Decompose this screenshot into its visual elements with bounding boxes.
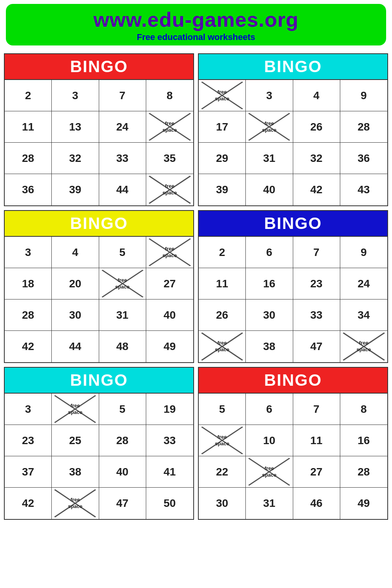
cell-4-3-0: freespace xyxy=(199,331,246,362)
free-space-label: freespace xyxy=(162,183,177,196)
cell-3-3-2: 48 xyxy=(99,331,146,362)
cell-6-0-1: 6 xyxy=(246,394,293,425)
cell-4-3-3: freespace xyxy=(340,331,387,362)
cell-4-0-1: 6 xyxy=(246,237,293,268)
cell-6-1-0: freespace xyxy=(199,425,246,456)
bingo-board-3: BINGO345 freespace 1820 xyxy=(4,210,194,363)
free-space-label: freespace xyxy=(115,277,130,290)
cell-5-0-1: freespace xyxy=(52,394,99,425)
bingo-grid-3: 345 freespace 1820 xyxy=(5,236,193,362)
cell-6-2-2: 27 xyxy=(293,456,340,488)
cell-6-3-3: 49 xyxy=(340,488,387,519)
cell-4-3-2: 47 xyxy=(293,331,340,362)
cell-2-3-3: 43 xyxy=(340,174,387,205)
cell-5-3-0: 42 xyxy=(5,488,52,519)
bingo-board-6: BINGO5678 freespace 10111622 xyxy=(198,367,388,520)
cell-2-1-2: 26 xyxy=(293,111,340,143)
cell-3-1-1: 20 xyxy=(52,268,99,299)
cell-3-3-1: 44 xyxy=(52,331,99,362)
cell-4-2-0: 26 xyxy=(199,299,246,331)
cell-4-1-3: 24 xyxy=(340,268,387,299)
bingo-header-5: BINGO xyxy=(5,368,193,393)
bingo-header-2: BINGO xyxy=(199,54,387,79)
cell-1-0-2: 7 xyxy=(99,80,146,111)
cell-5-2-0: 37 xyxy=(5,456,52,488)
free-space-label: freespace xyxy=(68,497,82,510)
cell-5-2-2: 40 xyxy=(99,456,146,488)
cell-5-2-3: 41 xyxy=(146,456,193,488)
cell-5-3-3: 50 xyxy=(146,488,193,519)
cell-5-1-2: 28 xyxy=(99,425,146,456)
cell-1-2-0: 28 xyxy=(5,143,52,174)
free-space-label: freespace xyxy=(356,340,371,353)
cell-2-2-3: 36 xyxy=(340,143,387,174)
cell-1-0-3: 8 xyxy=(146,80,193,111)
bingo-header-4: BINGO xyxy=(199,211,387,236)
cell-3-0-2: 5 xyxy=(99,237,146,268)
cell-5-3-1: freespace xyxy=(52,488,99,519)
cell-1-3-0: 36 xyxy=(5,174,52,205)
bingo-grid-6: 5678 freespace 10111622 xyxy=(199,393,387,519)
cell-3-2-1: 30 xyxy=(52,299,99,331)
free-space-label: freespace xyxy=(162,120,177,134)
bingo-board-5: BINGO3 freespace 519232528333738404142 xyxy=(4,367,194,520)
cell-6-2-3: 28 xyxy=(340,456,387,488)
cell-1-3-1: 39 xyxy=(52,174,99,205)
cell-1-0-0: 2 xyxy=(5,80,52,111)
cell-6-1-1: 10 xyxy=(246,425,293,456)
free-space-label: freespace xyxy=(262,465,276,479)
page-header: www.edu-games.org Free educational works… xyxy=(6,4,386,45)
free-space-label: freespace xyxy=(215,434,229,447)
cell-4-0-0: 2 xyxy=(199,237,246,268)
free-space-label: freespace xyxy=(68,403,82,416)
cell-4-2-2: 33 xyxy=(293,299,340,331)
cell-1-0-1: 3 xyxy=(52,80,99,111)
cell-2-0-2: 4 xyxy=(293,80,340,111)
cell-4-1-2: 23 xyxy=(293,268,340,299)
cell-3-1-3: 27 xyxy=(146,268,193,299)
cell-2-3-2: 42 xyxy=(293,174,340,205)
bingo-header-6: BINGO xyxy=(199,368,387,393)
cell-2-2-1: 31 xyxy=(246,143,293,174)
cell-3-3-3: 49 xyxy=(146,331,193,362)
cell-2-1-0: 17 xyxy=(199,111,246,143)
cell-1-2-2: 33 xyxy=(99,143,146,174)
bingo-header-1: BINGO xyxy=(5,54,193,79)
cell-6-0-2: 7 xyxy=(293,394,340,425)
cell-3-0-3: freespace xyxy=(146,237,193,268)
cell-1-1-2: 24 xyxy=(99,111,146,143)
cell-6-2-0: 22 xyxy=(199,456,246,488)
cell-6-3-0: 30 xyxy=(199,488,246,519)
free-space-label: freespace xyxy=(262,120,276,134)
cell-6-2-1: freespace xyxy=(246,456,293,488)
free-space-label: freespace xyxy=(162,246,177,259)
cell-3-1-0: 18 xyxy=(5,268,52,299)
bingo-board-4: BINGO26791116232426303334 freespace 3847 xyxy=(198,210,388,363)
cell-1-3-2: 44 xyxy=(99,174,146,205)
cell-1-1-3: freespace xyxy=(146,111,193,143)
cell-4-0-3: 9 xyxy=(340,237,387,268)
cell-5-1-1: 25 xyxy=(52,425,99,456)
cell-5-3-2: 47 xyxy=(99,488,146,519)
bingo-grid-5: 3 freespace 519232528333738404142 xyxy=(5,393,193,519)
cell-4-3-1: 38 xyxy=(246,331,293,362)
cell-3-1-2: freespace xyxy=(99,268,146,299)
free-space-label: freespace xyxy=(215,89,229,102)
cell-1-1-0: 11 xyxy=(5,111,52,143)
cell-2-3-1: 40 xyxy=(246,174,293,205)
cell-4-1-0: 11 xyxy=(199,268,246,299)
cell-5-0-2: 5 xyxy=(99,394,146,425)
cell-6-0-3: 8 xyxy=(340,394,387,425)
cell-6-3-1: 31 xyxy=(246,488,293,519)
bingo-board-1: BINGO2378111324 freespace 28323335363944 xyxy=(4,53,194,206)
cell-4-1-1: 16 xyxy=(246,268,293,299)
cell-1-2-1: 32 xyxy=(52,143,99,174)
cell-4-2-1: 30 xyxy=(246,299,293,331)
cell-5-2-1: 38 xyxy=(52,456,99,488)
bingo-header-3: BINGO xyxy=(5,211,193,236)
cell-5-0-3: 19 xyxy=(146,394,193,425)
cell-2-1-1: freespace xyxy=(246,111,293,143)
cell-4-0-2: 7 xyxy=(293,237,340,268)
cell-5-0-0: 3 xyxy=(5,394,52,425)
bingo-grid-2: freespace 34917 freespace 26282931323639… xyxy=(199,79,387,205)
